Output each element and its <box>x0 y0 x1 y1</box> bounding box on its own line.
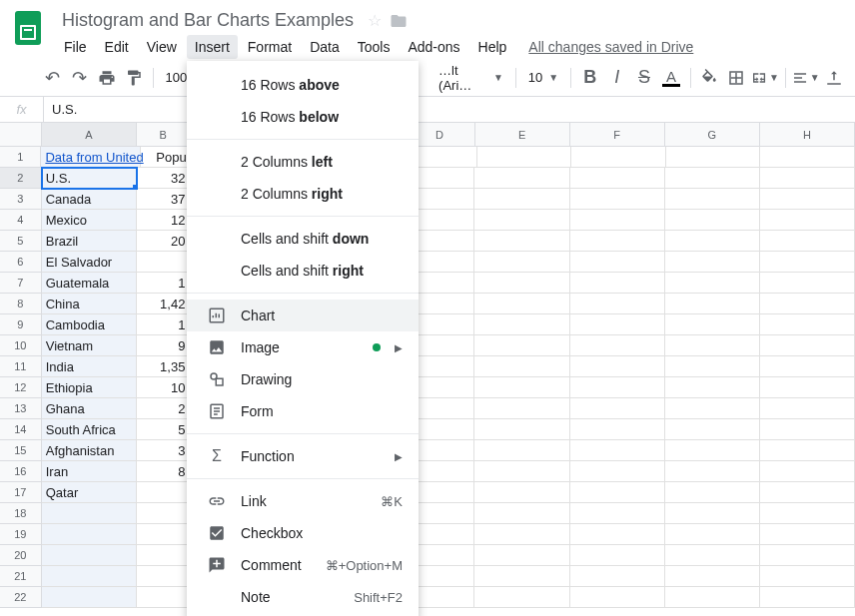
cell-E20[interactable] <box>474 545 569 566</box>
cell-H9[interactable] <box>760 314 855 335</box>
cell-E18[interactable] <box>474 503 569 524</box>
cell-H5[interactable] <box>760 231 855 252</box>
cell-G18[interactable] <box>665 503 760 524</box>
cell-F21[interactable] <box>570 566 665 587</box>
insert-note[interactable]: Note Shift+F2 <box>187 581 419 613</box>
cell-F7[interactable] <box>570 273 665 294</box>
cell-B19[interactable] <box>137 524 191 545</box>
cell-F18[interactable] <box>570 503 665 524</box>
row-header-12[interactable]: 12 <box>0 377 42 398</box>
cell-B10[interactable]: 9 <box>137 335 191 356</box>
insert-comment[interactable]: Comment ⌘+Option+M <box>187 549 419 581</box>
cell-G16[interactable] <box>665 461 760 482</box>
cell-A2[interactable]: U.S. <box>42 168 137 189</box>
cell-H19[interactable] <box>760 524 855 545</box>
cell-B21[interactable] <box>137 566 191 587</box>
row-header-6[interactable]: 6 <box>0 252 42 273</box>
menu-file[interactable]: File <box>56 35 95 59</box>
insert-cols-right[interactable]: 2 Columns right <box>187 178 419 210</box>
cell-B2[interactable]: 32 <box>137 168 191 189</box>
cell-A18[interactable] <box>42 503 137 524</box>
cell-A7[interactable]: Guatemala <box>42 273 137 294</box>
col-header-H[interactable]: H <box>760 123 855 147</box>
select-all-corner[interactable] <box>0 123 42 147</box>
insert-chart[interactable]: Chart <box>187 300 419 331</box>
cell-B3[interactable]: 37 <box>137 189 191 210</box>
insert-image[interactable]: Image ▶ <box>187 331 419 363</box>
row-header-15[interactable]: 15 <box>0 440 42 461</box>
cell-G5[interactable] <box>665 231 760 252</box>
cell-H1[interactable] <box>760 147 855 168</box>
font-select[interactable]: …lt (Ari…▼ <box>432 63 509 93</box>
row-header-8[interactable]: 8 <box>0 294 42 314</box>
cell-F1[interactable] <box>571 147 666 168</box>
cell-B11[interactable]: 1,35 <box>137 356 191 377</box>
cell-F3[interactable] <box>570 189 665 210</box>
cell-A14[interactable]: South Africa <box>42 419 137 440</box>
cell-G21[interactable] <box>665 566 760 587</box>
cell-E22[interactable] <box>474 587 569 608</box>
row-header-5[interactable]: 5 <box>0 231 42 252</box>
cell-E21[interactable] <box>474 566 569 587</box>
cell-H15[interactable] <box>760 440 855 461</box>
folder-icon[interactable] <box>390 12 408 30</box>
col-header-G[interactable]: G <box>665 123 760 147</box>
cell-E13[interactable] <box>474 398 569 419</box>
cell-A13[interactable]: Ghana <box>42 398 137 419</box>
italic-button[interactable]: I <box>604 64 629 92</box>
bold-button[interactable]: B <box>577 64 602 92</box>
cell-H16[interactable] <box>760 461 855 482</box>
menu-edit[interactable]: Edit <box>97 35 137 59</box>
insert-cells-right[interactable]: Cells and shift right <box>187 255 419 287</box>
save-status[interactable]: All changes saved in Drive <box>528 39 693 55</box>
menu-insert[interactable]: Insert <box>187 35 238 59</box>
cell-E5[interactable] <box>474 231 569 252</box>
cell-A11[interactable]: India <box>42 356 137 377</box>
borders-button[interactable] <box>724 64 749 92</box>
undo-button[interactable]: ↶ <box>40 64 65 92</box>
cell-H12[interactable] <box>760 377 855 398</box>
cell-G7[interactable] <box>665 273 760 294</box>
cell-F17[interactable] <box>570 482 665 503</box>
cell-A19[interactable] <box>42 524 137 545</box>
cell-H21[interactable] <box>760 566 855 587</box>
print-button[interactable] <box>94 64 119 92</box>
cell-H10[interactable] <box>760 335 855 356</box>
cell-G22[interactable] <box>665 587 760 608</box>
spreadsheet-grid[interactable]: A B C D E F G H 1Data from UnitedPopul2U… <box>0 123 855 608</box>
cell-B15[interactable]: 3 <box>137 440 191 461</box>
cell-E6[interactable] <box>474 252 569 273</box>
cell-H2[interactable] <box>760 168 855 189</box>
cell-H20[interactable] <box>760 545 855 566</box>
cell-G11[interactable] <box>665 356 760 377</box>
cell-B18[interactable] <box>137 503 191 524</box>
cell-A22[interactable] <box>42 587 137 608</box>
col-header-E[interactable]: E <box>475 123 570 147</box>
cell-G19[interactable] <box>665 524 760 545</box>
menu-addons[interactable]: Add-ons <box>400 35 467 59</box>
cell-G9[interactable] <box>665 314 760 335</box>
horizontal-align-button[interactable]: ▼ <box>792 64 820 92</box>
cell-G3[interactable] <box>665 189 760 210</box>
cell-E9[interactable] <box>474 314 569 335</box>
cell-G14[interactable] <box>665 419 760 440</box>
cell-H14[interactable] <box>760 419 855 440</box>
cell-F14[interactable] <box>570 419 665 440</box>
cell-A12[interactable]: Ethiopia <box>42 377 137 398</box>
insert-form[interactable]: Form <box>187 395 419 427</box>
row-header-14[interactable]: 14 <box>0 419 42 440</box>
cell-G4[interactable] <box>665 210 760 231</box>
menu-tools[interactable]: Tools <box>350 35 399 59</box>
cell-A17[interactable]: Qatar <box>42 482 137 503</box>
fill-color-button[interactable] <box>697 64 722 92</box>
sheets-logo[interactable] <box>8 8 48 48</box>
cell-G8[interactable] <box>665 294 760 314</box>
cell-E1[interactable] <box>477 147 572 168</box>
cell-F19[interactable] <box>570 524 665 545</box>
cell-G20[interactable] <box>665 545 760 566</box>
row-header-21[interactable]: 21 <box>0 566 42 587</box>
cell-E11[interactable] <box>474 356 569 377</box>
cell-F8[interactable] <box>570 294 665 314</box>
insert-function[interactable]: Σ Function ▶ <box>187 440 419 472</box>
cell-F22[interactable] <box>570 587 665 608</box>
